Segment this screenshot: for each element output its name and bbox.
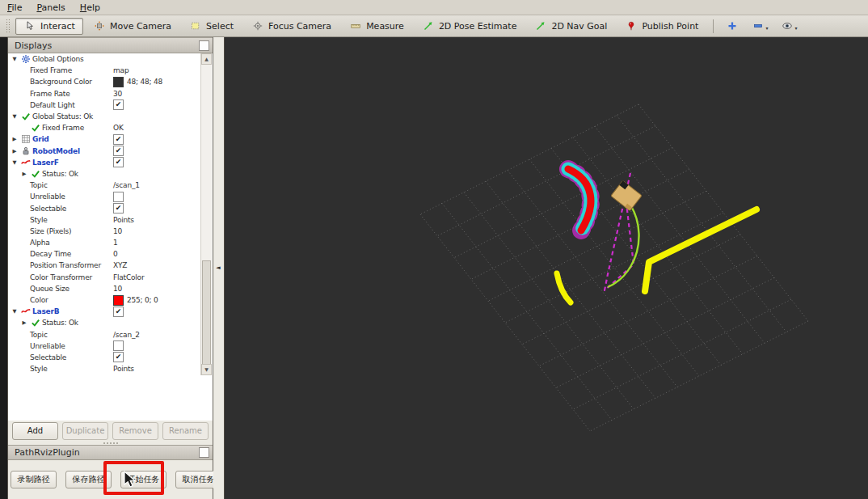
minus-tool-button[interactable]: ▾: [747, 19, 773, 33]
tree-row[interactable]: Position TransformerXYZ: [8, 260, 213, 271]
expander-right-icon[interactable]: ▶: [19, 171, 29, 177]
tree-scrollbar[interactable]: ▲ ▼: [200, 53, 212, 375]
tool-move-camera[interactable]: Move Camera: [85, 18, 179, 35]
start-task-button[interactable]: 开始任务: [120, 471, 166, 488]
property-value[interactable]: 48; 48; 48: [113, 77, 162, 87]
scroll-down-icon[interactable]: ▼: [201, 364, 212, 375]
menu-help[interactable]: Help: [80, 2, 100, 13]
property-value[interactable]: 30: [113, 90, 122, 98]
tree-row[interactable]: Fixed FrameOK: [8, 122, 213, 133]
expander-down-icon[interactable]: ▼: [10, 56, 19, 62]
property-value[interactable]: 255; 0; 0: [113, 295, 158, 306]
expander-down-icon[interactable]: ▼: [10, 113, 19, 120]
expander-down-icon[interactable]: ▼: [10, 308, 19, 315]
tree-row[interactable]: Unreliable: [8, 340, 213, 352]
tree-row[interactable]: Size (Pixels)10: [8, 226, 213, 237]
checkbox-checked[interactable]: ✔: [113, 307, 124, 317]
tool-interact[interactable]: Interact: [15, 18, 83, 35]
menu-file[interactable]: File: [7, 2, 22, 13]
tool-2d-pose-estimate[interactable]: 2D Pose Estimate: [414, 18, 525, 35]
dropdown-arrow-icon[interactable]: ▾: [794, 25, 797, 31]
duplicate-button[interactable]: Duplicate: [62, 422, 108, 440]
property-value[interactable]: OK: [113, 124, 124, 132]
tool-measure[interactable]: Measure: [341, 18, 412, 35]
property-value[interactable]: ✔: [113, 134, 124, 145]
toolbar-grip[interactable]: [6, 19, 11, 33]
property-value[interactable]: ✔: [113, 146, 124, 156]
path-plugin-header[interactable]: PathRvizPlugin: [8, 445, 213, 460]
property-value[interactable]: 1: [113, 239, 118, 247]
add-button[interactable]: Add: [12, 422, 58, 440]
tree-row[interactable]: Selectable✔: [8, 352, 213, 363]
expander-right-icon[interactable]: ▶: [10, 148, 19, 154]
checkbox-checked[interactable]: ✔: [113, 157, 124, 167]
expander-down-icon[interactable]: ▼: [10, 159, 19, 166]
eye-tool-button[interactable]: ▾: [776, 19, 802, 33]
tree-row[interactable]: Decay Time0: [8, 248, 213, 260]
tool-focus-camera[interactable]: Focus Camera: [243, 18, 339, 35]
record-path-button[interactable]: 录制路径: [11, 471, 57, 488]
plus-tool-button[interactable]: [721, 19, 744, 33]
displays-panel-header[interactable]: Displays: [8, 37, 213, 53]
property-value[interactable]: FlatColor: [113, 273, 144, 281]
menu-panels[interactable]: Panels: [36, 2, 65, 13]
collapse-panel-icon[interactable]: ◄: [213, 257, 223, 278]
tree-row[interactable]: StylePoints: [8, 214, 213, 226]
property-value[interactable]: 10: [113, 227, 122, 235]
tree-row[interactable]: Color TransformerFlatColor: [8, 272, 213, 283]
checkbox-unchecked[interactable]: [113, 340, 124, 351]
tree-row[interactable]: ▶RobotModel✔: [8, 146, 213, 157]
property-value[interactable]: /scan_2: [113, 331, 140, 339]
tree-row[interactable]: ▶Status: Ok: [8, 317, 213, 328]
tree-row[interactable]: Topic/scan_1: [8, 180, 213, 191]
checkbox-checked[interactable]: ✔: [113, 99, 124, 110]
tool-2d-nav-goal[interactable]: 2D Nav Goal: [526, 18, 615, 35]
plugin-float-button[interactable]: [199, 447, 209, 458]
tree-row[interactable]: StylePoints: [8, 363, 213, 374]
scrollbar-thumb[interactable]: [202, 260, 211, 366]
tree-row[interactable]: ▼LaserF✔: [8, 157, 213, 168]
3d-viewport[interactable]: [225, 37, 868, 499]
property-value[interactable]: XYZ: [113, 261, 127, 269]
tree-row[interactable]: ▶Grid✔: [8, 133, 213, 145]
property-value[interactable]: ✔: [113, 203, 124, 214]
tree-row[interactable]: Fixed Framemap: [8, 65, 213, 76]
tool-select[interactable]: Select: [181, 18, 242, 35]
dock-splitter[interactable]: ◄: [213, 37, 225, 499]
scroll-up-icon[interactable]: ▲: [201, 53, 212, 65]
tree-row[interactable]: Selectable✔: [8, 202, 213, 214]
tree-row[interactable]: Color255; 0; 0: [8, 294, 213, 306]
tree-row[interactable]: Default Light✔: [8, 99, 213, 111]
tool-publish-point[interactable]: Publish Point: [617, 18, 706, 35]
property-value[interactable]: /scan_1: [113, 181, 140, 189]
checkbox-unchecked[interactable]: [113, 192, 124, 202]
checkbox-checked[interactable]: ✔: [113, 146, 124, 156]
tree-row[interactable]: Background Color48; 48; 48: [8, 76, 213, 87]
checkbox-checked[interactable]: ✔: [113, 203, 124, 214]
expander-right-icon[interactable]: ▶: [10, 136, 19, 142]
property-value[interactable]: ✔: [113, 307, 124, 317]
property-value[interactable]: Points: [113, 365, 134, 373]
property-value[interactable]: 0: [113, 250, 118, 258]
property-value[interactable]: Points: [113, 216, 134, 224]
save-path-button[interactable]: 保存路径: [65, 471, 112, 488]
rename-button[interactable]: Rename: [162, 422, 209, 440]
displays-float-button[interactable]: [199, 40, 209, 51]
property-value[interactable]: ✔: [113, 352, 124, 362]
remove-button[interactable]: Remove: [112, 422, 158, 440]
checkbox-checked[interactable]: ✔: [113, 134, 124, 145]
property-value[interactable]: [113, 340, 124, 351]
property-value[interactable]: [113, 192, 124, 202]
tree-row[interactable]: ▶Status: Ok: [8, 168, 213, 180]
property-value[interactable]: 10: [113, 285, 122, 293]
tree-row[interactable]: ▼Global Options: [8, 53, 213, 65]
tree-row[interactable]: Alpha1: [8, 237, 213, 248]
dropdown-arrow-icon[interactable]: ▾: [765, 25, 768, 31]
property-value[interactable]: map: [113, 66, 129, 74]
property-value[interactable]: ✔: [113, 157, 124, 167]
tree-row[interactable]: Unreliable: [8, 191, 213, 202]
property-value[interactable]: ✔: [113, 99, 124, 110]
tree-row[interactable]: ▼Global Status: Ok: [8, 111, 213, 122]
expander-right-icon[interactable]: ▶: [19, 319, 29, 326]
tree-row[interactable]: ▼LaserB✔: [8, 306, 213, 317]
